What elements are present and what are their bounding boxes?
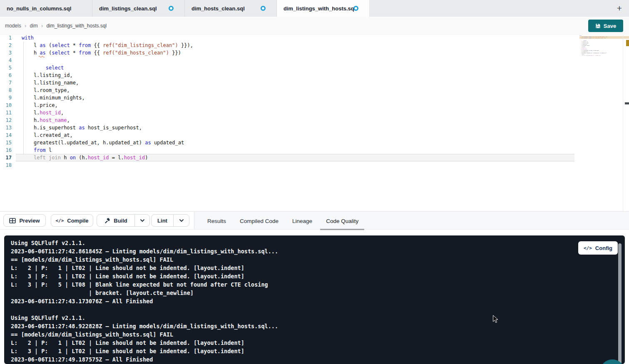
build-button[interactable]: Build bbox=[97, 215, 134, 226]
code-token: from bbox=[79, 42, 91, 48]
build-button-label: Build bbox=[114, 218, 127, 224]
breadcrumb-item-dim[interactable]: dim bbox=[30, 23, 37, 29]
tab-no_nulls_in_columns[interactable]: no_nulls_in_columns.sql bbox=[0, 0, 92, 17]
line-number: 15 bbox=[0, 139, 12, 146]
code-token: ) bbox=[145, 155, 148, 161]
terminal-output-panel[interactable]: Using SQLFluff v2.1.1.2023-06-06T11:27:4… bbox=[4, 235, 625, 364]
config-button-label: Config bbox=[595, 245, 612, 251]
code-line-text: from l bbox=[22, 146, 52, 154]
code-token: ref("dim_hosts_clean") bbox=[593, 37, 604, 38]
lint-button[interactable]: Lint bbox=[152, 215, 173, 226]
code-editor[interactable]: 1with2 l as (select * from {{ ref("dim_l… bbox=[0, 35, 629, 211]
plus-icon: + bbox=[617, 3, 622, 13]
code-token bbox=[22, 147, 34, 153]
code-token: updated_at bbox=[151, 140, 184, 146]
chevron-down-icon bbox=[140, 219, 145, 222]
code-token: from bbox=[79, 50, 91, 56]
code-line-1[interactable]: 1with bbox=[0, 34, 574, 42]
code-line-17[interactable]: 17 left join h on (h.host_id = l.host_id… bbox=[0, 154, 574, 161]
code-token: ref("dim_listings_clean") bbox=[103, 42, 178, 48]
code-line-11[interactable]: 11 l.host_id, bbox=[0, 109, 574, 116]
tab-compiled-code[interactable]: Compiled Code bbox=[234, 212, 284, 230]
line-number: 9 bbox=[0, 94, 12, 102]
compile-button[interactable]: </> Compile bbox=[51, 214, 93, 227]
code-line-2[interactable]: 2 l as (select * from {{ ref("dim_listin… bbox=[0, 42, 574, 49]
code-token: l bbox=[22, 42, 40, 48]
code-token: as bbox=[79, 125, 85, 131]
lint-options-dropdown[interactable] bbox=[173, 215, 189, 226]
floppy-disk-icon bbox=[595, 23, 601, 29]
code-line-text: l.host_id, bbox=[22, 109, 64, 116]
code-token: }}) bbox=[604, 37, 606, 38]
minimap[interactable]: with l as (select * from {{ ref("dim_lis… bbox=[579, 35, 609, 61]
code-line-4[interactable]: 4 bbox=[0, 57, 574, 64]
code-line-12[interactable]: 12 h.host_name, bbox=[0, 116, 574, 124]
terminal-line: L: 3 | P: 5 | LT08 | Blank line expected… bbox=[11, 280, 278, 289]
code-line-14[interactable]: 14 l.created_at, bbox=[0, 131, 574, 139]
tab-label: dim_hosts_clean.sql bbox=[191, 5, 245, 12]
terminal-line: L: 3 | P: 1 | LT02 | Line should not be … bbox=[11, 272, 278, 280]
code-line-10[interactable]: 10 l.price, bbox=[0, 102, 574, 109]
code-token: , bbox=[67, 117, 70, 123]
tab-dim_listings_clean[interactable]: dim_listings_clean.sql bbox=[92, 0, 185, 17]
code-line-6[interactable]: 6 l.listing_id, bbox=[0, 72, 574, 79]
overview-ruler-warning-marker[interactable] bbox=[626, 40, 629, 46]
code-token bbox=[22, 65, 46, 71]
code-line-3[interactable]: 3 h as (select * from {{ ref("dim_hosts_… bbox=[0, 49, 574, 57]
breadcrumb-item-filename: dim_listings_with_hosts.sql bbox=[46, 23, 107, 29]
terminal-scrollbar[interactable] bbox=[618, 243, 622, 364]
code-token: select bbox=[46, 65, 64, 71]
code-token: h. bbox=[22, 117, 40, 123]
terminal-output-text: Using SQLFluff v2.1.1.2023-06-06T11:27:4… bbox=[11, 239, 278, 364]
code-token: , bbox=[61, 110, 64, 116]
code-line-text: l.price, bbox=[22, 102, 58, 109]
code-line-7[interactable]: 7 l.listing_name, bbox=[0, 79, 574, 87]
tab-code-quality[interactable]: Code Quality bbox=[320, 212, 364, 230]
tab-results[interactable]: Results bbox=[201, 212, 232, 230]
tab-label: no_nulls_in_columns.sql bbox=[7, 5, 71, 12]
code-token: as bbox=[40, 42, 45, 48]
line-number: 12 bbox=[0, 116, 12, 124]
terminal-line: L: 2 | P: 1 | LT02 | Line should not be … bbox=[11, 339, 278, 347]
code-token: select bbox=[52, 50, 70, 56]
preview-button[interactable]: Preview bbox=[3, 214, 46, 227]
save-button[interactable]: Save bbox=[588, 20, 623, 32]
code-token: ref("dim_hosts_clean") bbox=[103, 50, 169, 56]
code-line-16[interactable]: 16 from l bbox=[0, 146, 574, 154]
terminal-line: == [models/dim/dim_listings_with_hosts.s… bbox=[11, 255, 278, 264]
code-line-text: l.listing_name, bbox=[22, 79, 79, 87]
code-line-5[interactable]: 5 select bbox=[0, 64, 574, 72]
tab-dim_listings_with_hosts[interactable]: dim_listings_with_hosts.sql bbox=[277, 0, 370, 17]
code-line-text: with bbox=[22, 34, 34, 42]
code-line-15[interactable]: 15 greatest(l.updated_at, h.updated_at) … bbox=[0, 139, 574, 146]
tab-label: dim_listings_with_hosts.sql bbox=[283, 5, 356, 12]
code-token: host_is_superhost, bbox=[590, 50, 599, 51]
tab-lineage[interactable]: Lineage bbox=[286, 212, 318, 230]
lint-config-button[interactable]: </> Config bbox=[578, 241, 618, 255]
chevron-right-icon: › bbox=[41, 23, 43, 29]
breadcrumb: models › dim › dim_listings_with_hosts.s… bbox=[5, 23, 107, 29]
code-token bbox=[22, 155, 34, 161]
unsaved-changes-dot-icon bbox=[169, 6, 174, 11]
terminal-line: | bracket. [layout.cte_newline] bbox=[11, 289, 278, 297]
code-line-text: h as (select * from {{ ref("dim_hosts_cl… bbox=[22, 49, 181, 57]
save-button-label: Save bbox=[604, 23, 616, 29]
code-token: as bbox=[145, 140, 151, 146]
build-options-dropdown[interactable] bbox=[134, 215, 149, 226]
new-tab-button[interactable]: + bbox=[613, 2, 626, 15]
code-line-9[interactable]: 9 l.minimum_nights, bbox=[0, 94, 574, 102]
code-token: updated_at bbox=[601, 52, 606, 53]
code-line-text: h.is_superhost as host_is_superhost, bbox=[22, 124, 142, 131]
tab-dim_hosts_clean[interactable]: dim_hosts_clean.sql bbox=[185, 0, 277, 17]
code-token: }}), bbox=[178, 42, 193, 48]
breadcrumb-item-models[interactable]: models bbox=[5, 23, 21, 29]
code-line-8[interactable]: 8 l.room_type, bbox=[0, 87, 574, 94]
terminal-line: 2023-06-06T11:27:43.173076Z — All Finish… bbox=[11, 297, 278, 305]
line-number: 2 bbox=[0, 42, 12, 49]
code-line-13[interactable]: 13 h.is_superhost as host_is_superhost, bbox=[0, 124, 574, 131]
code-token: ) bbox=[600, 55, 600, 56]
code-line-18[interactable]: 18 bbox=[0, 161, 574, 169]
code-token: host_id bbox=[597, 55, 600, 56]
code-token: l. bbox=[22, 110, 40, 116]
code-line-text: l.minimum_nights, bbox=[22, 94, 85, 102]
